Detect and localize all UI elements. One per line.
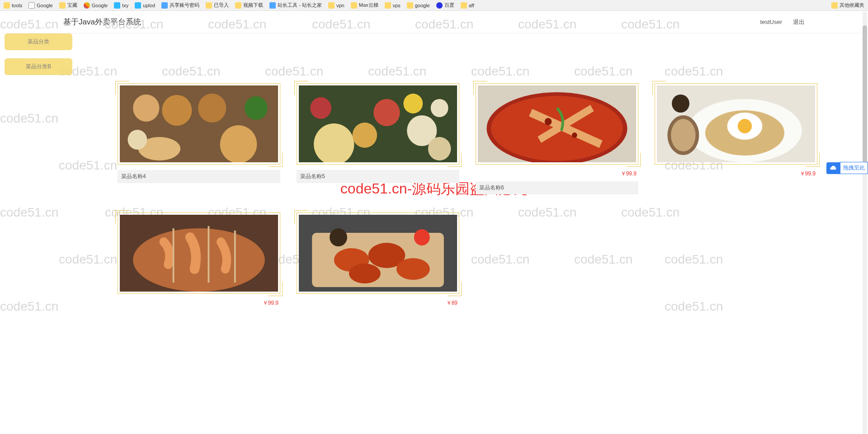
dish-name: 菜品名称6 — [476, 181, 638, 194]
dish-card[interactable]: 菜品名称4 — [118, 83, 280, 194]
dish-name: 菜品名称5 — [297, 170, 459, 183]
svg-rect-34 — [234, 231, 236, 283]
scrollbar-thumb[interactable] — [863, 25, 867, 170]
bookmark-left: tools Google 宝藏 Google txy uplod 共享账号密码 … — [4, 2, 474, 9]
dish-price: ￥99.9 — [476, 170, 638, 178]
dish-image-frame — [297, 83, 459, 165]
cloud-icon — [114, 2, 120, 9]
dish-card[interactable]: ￥99.9 菜品名称6 — [476, 83, 638, 194]
content-area: 菜品名称4 菜品名称5 — [77, 33, 868, 325]
google-icon — [84, 2, 90, 9]
bookmark-tools[interactable]: tools — [4, 2, 22, 9]
svg-point-7 — [128, 130, 147, 150]
dish-image — [478, 85, 636, 162]
bookmark-baozang[interactable]: 宝藏 — [59, 2, 77, 9]
svg-point-26 — [738, 119, 752, 133]
svg-point-13 — [403, 94, 423, 113]
svg-point-41 — [330, 228, 347, 246]
baidu-icon — [436, 2, 443, 9]
bookmark-google[interactable]: Google — [84, 2, 108, 9]
svg-point-6 — [245, 96, 268, 120]
folder-icon — [4, 2, 10, 9]
bookmark-max[interactable]: Max云梯 — [351, 2, 378, 9]
svg-point-12 — [353, 123, 377, 148]
folder-icon — [351, 2, 357, 9]
bookmark-share-account[interactable]: 共享账号密码 — [161, 2, 199, 9]
dish-image-frame — [476, 83, 638, 165]
sidebar: 菜品分类 菜品分类B — [0, 33, 77, 325]
drag-badge[interactable]: 拖拽至此 — [826, 162, 868, 174]
dish-image — [299, 85, 457, 162]
category-button-1[interactable]: 菜品分类 — [5, 33, 72, 50]
dish-price: ￥99.9 — [655, 170, 817, 178]
svg-point-1 — [133, 94, 159, 122]
bookmark-txy[interactable]: txy — [114, 2, 128, 9]
svg-point-29 — [672, 94, 689, 113]
dish-name: 菜品名称4 — [118, 170, 280, 183]
bookmark-video-download[interactable]: 视频下载 — [235, 2, 263, 9]
site-icon — [269, 2, 276, 9]
bookmark-baidu[interactable]: 百度 — [436, 2, 454, 9]
drag-badge-text: 拖拽至此 — [840, 162, 868, 174]
svg-point-16 — [428, 137, 451, 160]
dish-image-frame — [118, 212, 280, 294]
bookmark-other[interactable]: 其他收藏夹 — [831, 2, 864, 9]
dish-image-frame — [118, 83, 280, 165]
bookmark-google-page[interactable]: Google — [28, 2, 52, 9]
dish-price: ￥99.9 — [118, 299, 280, 307]
username-link[interactable]: testUser — [760, 19, 782, 25]
bookmark-uplod[interactable]: uplod — [135, 2, 155, 9]
svg-point-20 — [545, 118, 552, 125]
dish-image-frame — [655, 83, 817, 165]
svg-point-28 — [671, 119, 695, 151]
folder-icon — [328, 2, 335, 9]
svg-point-39 — [396, 258, 430, 280]
dish-image — [657, 85, 815, 162]
category-button-2[interactable]: 菜品分类B — [5, 58, 72, 75]
header-right: testUser 退出 — [760, 18, 805, 26]
logout-link[interactable]: 退出 — [793, 18, 805, 26]
svg-point-21 — [572, 132, 577, 138]
svg-point-2 — [162, 95, 192, 126]
share-icon — [161, 2, 168, 9]
folder-icon — [206, 2, 212, 9]
bookmark-zhanzhang[interactable]: 站长工具 - 站长之家 — [269, 2, 322, 9]
bookmark-bar: tools Google 宝藏 Google txy uplod 共享账号密码 … — [0, 0, 868, 11]
cloud-link-icon — [826, 162, 840, 174]
svg-point-15 — [431, 99, 448, 117]
dish-card[interactable]: ￥99.9 — [655, 83, 817, 194]
svg-point-3 — [198, 94, 226, 123]
svg-rect-33 — [208, 226, 209, 283]
svg-rect-32 — [173, 228, 175, 283]
bookmark-imported[interactable]: 已导入 — [206, 2, 229, 9]
upload-icon — [135, 2, 141, 9]
svg-point-40 — [349, 264, 381, 283]
dish-card[interactable]: 菜品名称5 — [297, 83, 459, 194]
bookmark-google-folder[interactable]: google — [407, 2, 430, 9]
dish-image — [299, 215, 457, 292]
app-title: 基于Java外卖平台系统 — [63, 17, 141, 27]
bookmark-aff[interactable]: aff — [461, 2, 474, 9]
folder-icon — [831, 2, 838, 9]
dish-card[interactable]: ￥99.9 — [118, 212, 280, 307]
app-header: 基于Java外卖平台系统 testUser 退出 — [0, 11, 868, 33]
folder-icon — [407, 2, 413, 9]
svg-point-14 — [310, 97, 331, 119]
svg-point-42 — [414, 229, 430, 245]
dish-image-frame — [297, 212, 459, 294]
bookmark-vps[interactable]: vps — [385, 2, 401, 9]
folder-icon — [235, 2, 241, 9]
folder-icon — [385, 2, 391, 9]
svg-point-5 — [220, 125, 257, 162]
dish-price: ￥89 — [297, 299, 459, 307]
dish-card[interactable]: ￥89 — [297, 212, 459, 307]
dish-grid: 菜品名称4 菜品名称5 — [118, 83, 823, 307]
dish-image — [120, 215, 278, 292]
page-icon — [28, 2, 35, 9]
folder-icon — [461, 2, 467, 9]
svg-point-10 — [373, 99, 400, 126]
dish-image — [120, 85, 278, 162]
folder-icon — [59, 2, 66, 9]
bookmark-vpn[interactable]: vpn — [328, 2, 344, 9]
